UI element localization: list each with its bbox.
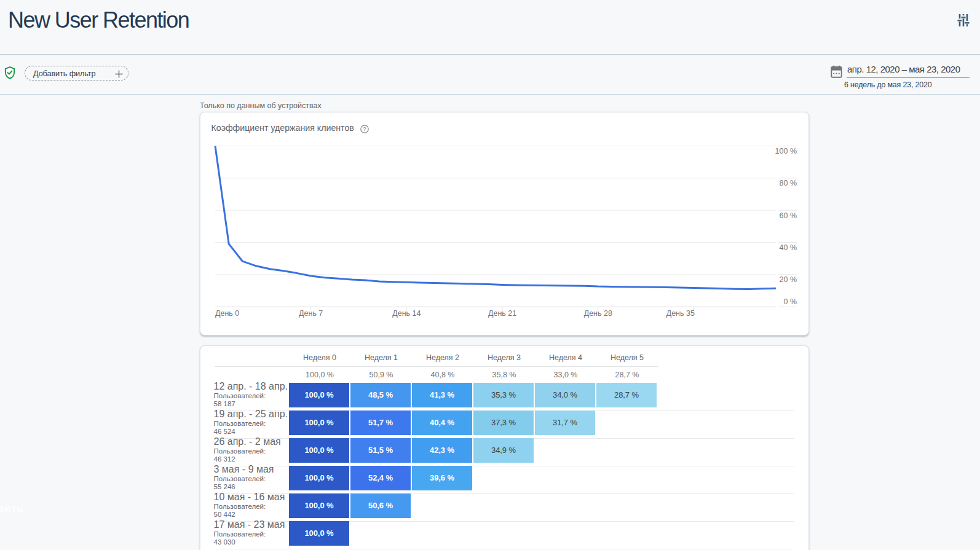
svg-text:60 %: 60 % xyxy=(780,211,797,220)
svg-text:День 28: День 28 xyxy=(584,309,612,318)
svg-text:День 7: День 7 xyxy=(299,309,323,318)
svg-text:40 %: 40 % xyxy=(780,243,797,252)
svg-text:100 %: 100 % xyxy=(775,147,797,155)
svg-text:День 35: День 35 xyxy=(666,309,695,318)
svg-text:День 14: День 14 xyxy=(392,309,421,318)
svg-text:День 21: День 21 xyxy=(488,309,516,318)
svg-text:День 0: День 0 xyxy=(215,309,239,318)
svg-text:20 %: 20 % xyxy=(780,275,797,284)
svg-text:0 %: 0 % xyxy=(783,297,797,306)
svg-text:80 %: 80 % xyxy=(780,179,797,187)
